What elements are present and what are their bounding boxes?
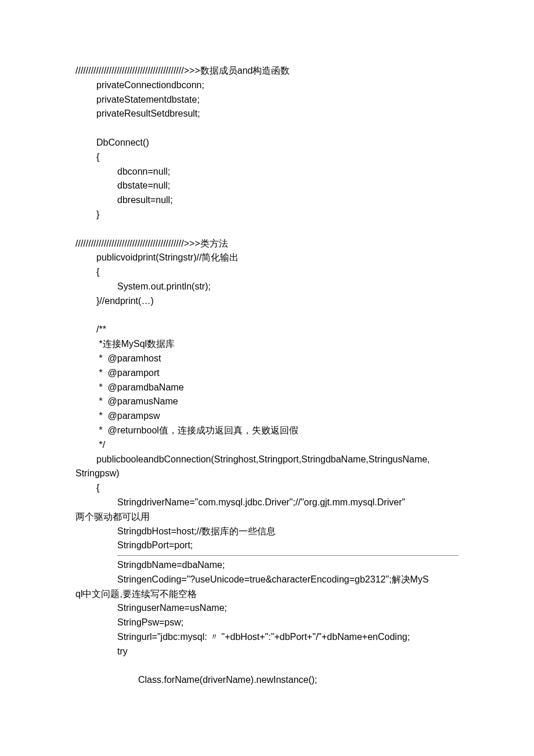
code-line: privateStatementdbstate; bbox=[75, 93, 459, 107]
code-line: StringenCoding="?useUnicode=true&charact… bbox=[75, 573, 459, 587]
code-line bbox=[75, 121, 459, 136]
code-line: dbconn=null; bbox=[75, 165, 459, 179]
code-line: StringdbPort=port; bbox=[75, 538, 459, 553]
code-line: StringdbHost=host;//数据库的一些信息 bbox=[75, 525, 459, 539]
document-page: ////////////////////////////////////////… bbox=[0, 0, 534, 756]
code-line: dbstate=null; bbox=[75, 179, 459, 193]
code-line: { bbox=[75, 265, 459, 280]
code-line: * @paramdbaName bbox=[75, 381, 459, 395]
code-block-after-wrap1: {StringdriverName="com.mysql.jdbc.Driver… bbox=[75, 481, 459, 510]
code-line: * @returnbool值，连接成功返回真，失败返回假 bbox=[75, 424, 459, 438]
code-line bbox=[75, 222, 459, 237]
code-line-wrap: ql中文问题,要连续写不能空格 bbox=[75, 587, 459, 602]
code-line: }//endprint(…) bbox=[75, 294, 459, 309]
code-line: Stringurl="jdbc:mysql: 〃 "+dbHost+":"+db… bbox=[75, 630, 459, 645]
code-line: { bbox=[75, 150, 459, 165]
code-line: privateConnectiondbconn; bbox=[75, 78, 459, 93]
code-line: publicbooleandbConnection(Stringhost,Str… bbox=[75, 453, 459, 467]
code-line: dbresult=null; bbox=[75, 193, 459, 208]
code-line: * @paramhost bbox=[75, 352, 459, 366]
code-line: } bbox=[75, 208, 459, 222]
code-line: ////////////////////////////////////////… bbox=[75, 64, 459, 78]
code-line: StringuserName=usName; bbox=[75, 601, 459, 616]
code-line: StringdriverName="com.mysql.jdbc.Driver"… bbox=[75, 495, 459, 510]
code-line bbox=[75, 659, 459, 674]
code-line: */ bbox=[75, 438, 459, 453]
code-line: try bbox=[75, 645, 459, 659]
code-line: privateResultSetdbresult; bbox=[75, 107, 459, 121]
code-line: { bbox=[75, 481, 459, 495]
code-line-wrap: Stringpsw) bbox=[75, 466, 459, 481]
code-line: publicvoidprint(Stringstr)//简化输出 bbox=[75, 251, 459, 265]
code-block-after-hr: StringdbName=dbaName;StringenCoding="?us… bbox=[75, 558, 459, 587]
code-block-after-wrap2: StringdbHost=host;//数据库的一些信息StringdbPort… bbox=[75, 525, 459, 554]
code-line: Class.forName(driverName).newInstance(); bbox=[75, 673, 459, 688]
code-line: * @paramport bbox=[75, 366, 459, 381]
code-line: * @paramusName bbox=[75, 395, 459, 409]
code-block-after-wrap3: StringuserName=usName;StringPsw=psw;Stri… bbox=[75, 601, 459, 688]
code-line: System.out.println(str); bbox=[75, 280, 459, 294]
code-block-top: ////////////////////////////////////////… bbox=[75, 64, 459, 466]
code-line: DbConnect() bbox=[75, 136, 459, 150]
code-line-wrap: 两个驱动都可以用 bbox=[75, 510, 459, 525]
code-line: StringdbName=dbaName; bbox=[75, 558, 459, 573]
code-line: * @parampsw bbox=[75, 409, 459, 424]
code-line: ////////////////////////////////////////… bbox=[75, 237, 459, 251]
code-line: /** bbox=[75, 323, 459, 337]
code-line bbox=[75, 309, 459, 323]
code-line: StringPsw=psw; bbox=[75, 616, 459, 630]
code-line: *连接MySql数据库 bbox=[75, 337, 459, 352]
horizontal-rule bbox=[117, 555, 459, 556]
